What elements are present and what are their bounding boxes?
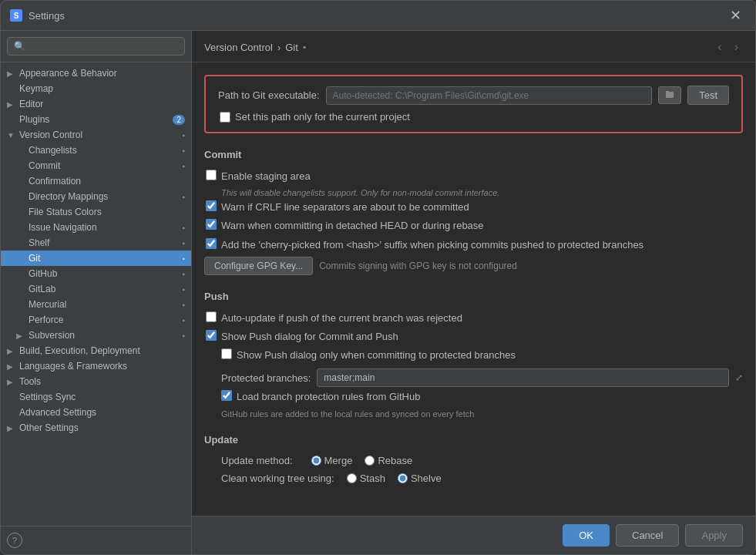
detached-checkbox[interactable] bbox=[206, 219, 217, 230]
sidebar-item-git[interactable]: Git ▪ bbox=[1, 251, 191, 266]
sidebar-item-label: Version Control bbox=[19, 130, 179, 140]
update-method-label: Update method: bbox=[221, 455, 293, 466]
show-push-protected-checkbox[interactable] bbox=[221, 348, 232, 359]
git-path-section: Path to Git executable: Test Set this bbox=[204, 75, 743, 133]
sidebar-item-label: File Status Colors bbox=[29, 207, 185, 217]
path-only-label: Set this path only for the current proje… bbox=[235, 111, 410, 123]
branch-hint-text: GitHub rules are added to the local rule… bbox=[204, 409, 743, 419]
path-only-checkbox[interactable] bbox=[220, 112, 230, 123]
merge-radio[interactable] bbox=[311, 456, 321, 466]
sidebar-item-plugins[interactable]: Plugins 2 bbox=[1, 112, 191, 127]
arrow-icon: ▼ bbox=[7, 131, 16, 140]
sidebar-item-appearance[interactable]: ▶ Appearance & Behavior bbox=[1, 66, 191, 81]
stash-label: Stash bbox=[360, 473, 385, 484]
breadcrumb-parent: Version Control bbox=[204, 42, 273, 53]
sidebar-item-advanced-settings[interactable]: Advanced Settings bbox=[1, 405, 191, 420]
sidebar-item-issue-navigation[interactable]: Issue Navigation ▪ bbox=[1, 220, 191, 235]
sidebar-item-languages[interactable]: ▶ Languages & Frameworks bbox=[1, 358, 191, 374]
sidebar-item-label: Keymap bbox=[19, 83, 185, 94]
sidebar-item-build[interactable]: ▶ Build, Execution, Deployment bbox=[1, 343, 191, 358]
main-panel: Version Control › Git ▪ ‹ › Path to Git … bbox=[192, 31, 755, 554]
sidebar-item-gitlab[interactable]: GitLab ▪ bbox=[1, 281, 191, 297]
sidebar-item-confirmation[interactable]: Confirmation bbox=[1, 173, 191, 189]
staging-label: Enable staging area bbox=[221, 170, 311, 183]
sidebar-item-file-status-colors[interactable]: File Status Colors bbox=[1, 204, 191, 220]
merge-label: Merge bbox=[324, 455, 353, 466]
nav-back-button[interactable]: ‹ bbox=[713, 39, 726, 56]
push-option-load-branch: Load branch protection rules from GitHub bbox=[204, 390, 743, 404]
main-body: Path to Git executable: Test Set this bbox=[192, 62, 755, 516]
sidebar-item-keymap[interactable]: Keymap bbox=[1, 81, 191, 96]
nav-forward-button[interactable]: › bbox=[730, 39, 743, 56]
path-label: Path to Git executable: bbox=[218, 89, 320, 101]
cherry-checkbox[interactable] bbox=[206, 238, 217, 249]
cancel-button[interactable]: Cancel bbox=[616, 524, 679, 547]
apply-button[interactable]: Apply bbox=[685, 524, 743, 547]
sidebar-item-commit[interactable]: Commit ▪ bbox=[1, 158, 191, 173]
staging-checkbox[interactable] bbox=[206, 170, 217, 180]
gpg-row: Configure GPG Key... Commits signing wit… bbox=[204, 257, 743, 275]
path-row: Path to Git executable: Test bbox=[218, 86, 729, 105]
arrow-icon: ▶ bbox=[7, 424, 16, 432]
sidebar-item-version-control[interactable]: ▼ Version Control ▪ bbox=[1, 127, 191, 143]
sidebar-item-directory-mappings[interactable]: Directory Mappings ▪ bbox=[1, 189, 191, 204]
sidebar-item-changelists[interactable]: Changelists ▪ bbox=[1, 143, 191, 158]
close-button[interactable]: ✕ bbox=[725, 7, 746, 24]
push-section-title: Push bbox=[204, 291, 743, 302]
browse-button[interactable] bbox=[658, 86, 681, 104]
expand-button[interactable]: ⤢ bbox=[735, 372, 743, 383]
sidebar-item-perforce[interactable]: Perforce ▪ bbox=[1, 312, 191, 328]
ok-button[interactable]: OK bbox=[563, 524, 610, 547]
help-button[interactable]: ? bbox=[7, 533, 22, 548]
sidebar-item-mercurial[interactable]: Mercurial ▪ bbox=[1, 297, 191, 312]
commit-option-detached: Warn when committing in detached HEAD or… bbox=[204, 219, 743, 233]
shelve-radio[interactable] bbox=[398, 473, 408, 483]
sidebar-item-shelf[interactable]: Shelf ▪ bbox=[1, 235, 191, 251]
protected-branches-input[interactable] bbox=[317, 368, 729, 387]
auto-update-checkbox[interactable] bbox=[206, 311, 217, 322]
detached-label: Warn when committing in detached HEAD or… bbox=[221, 219, 484, 233]
git-path-input[interactable] bbox=[326, 86, 653, 105]
sidebar-item-label: Build, Execution, Deployment bbox=[19, 345, 185, 356]
sidebar-item-label: Changelists bbox=[29, 145, 179, 156]
arrow-icon: ▶ bbox=[16, 331, 25, 340]
crlf-checkbox[interactable] bbox=[206, 200, 217, 211]
arrow-icon: ▶ bbox=[7, 100, 16, 109]
clean-label: Clean working tree using: bbox=[221, 473, 334, 484]
sidebar-item-editor[interactable]: ▶ Editor bbox=[1, 96, 191, 112]
sidebar: ▶ Appearance & Behavior Keymap ▶ Editor … bbox=[1, 31, 192, 554]
radio-merge: Merge bbox=[311, 455, 353, 466]
gpg-status-text: Commits signing with GPG key is not conf… bbox=[319, 261, 517, 271]
sidebar-item-tools[interactable]: ▶ Tools bbox=[1, 374, 191, 389]
ext-mark-icon: ▪ bbox=[182, 162, 185, 170]
arrow-icon: ▶ bbox=[7, 378, 16, 386]
plugins-badge: 2 bbox=[173, 115, 185, 125]
svg-rect-0 bbox=[666, 92, 674, 98]
pin-icon: ▪ bbox=[303, 42, 306, 52]
sidebar-item-other-settings[interactable]: ▶ Other Settings bbox=[1, 420, 191, 436]
commit-option-staging: Enable staging area bbox=[204, 170, 743, 183]
sidebar-item-label: GitLab bbox=[29, 284, 179, 294]
sidebar-item-subversion[interactable]: ▶ Subversion ▪ bbox=[1, 328, 191, 343]
dialog-title: Settings bbox=[29, 10, 65, 22]
content-area: ▶ Appearance & Behavior Keymap ▶ Editor … bbox=[1, 31, 755, 554]
clean-working-tree-row: Clean working tree using: Stash Shelve bbox=[204, 473, 743, 484]
sidebar-item-label: Advanced Settings bbox=[19, 407, 185, 418]
stash-radio[interactable] bbox=[347, 473, 357, 483]
main-header: Version Control › Git ▪ ‹ › bbox=[192, 31, 755, 62]
sidebar-search-input[interactable] bbox=[7, 37, 185, 56]
test-button[interactable]: Test bbox=[687, 86, 729, 105]
update-method-row: Update method: Merge Rebase bbox=[204, 455, 743, 466]
sidebar-item-settings-sync[interactable]: Settings Sync bbox=[1, 389, 191, 405]
configure-gpg-button[interactable]: Configure GPG Key... bbox=[204, 257, 313, 275]
sidebar-item-github[interactable]: GitHub ▪ bbox=[1, 266, 191, 281]
path-checkbox-row: Set this path only for the current proje… bbox=[218, 111, 729, 123]
rebase-radio[interactable] bbox=[365, 456, 375, 466]
show-push-checkbox[interactable] bbox=[206, 330, 217, 341]
update-section-title: Update bbox=[204, 434, 743, 446]
arrow-icon: ▶ bbox=[7, 347, 16, 355]
push-option-show-dialog: Show Push dialog for Commit and Push bbox=[204, 330, 743, 344]
app-icon: S bbox=[10, 9, 22, 22]
sidebar-item-label: Editor bbox=[19, 99, 185, 109]
load-branch-checkbox[interactable] bbox=[221, 390, 232, 401]
